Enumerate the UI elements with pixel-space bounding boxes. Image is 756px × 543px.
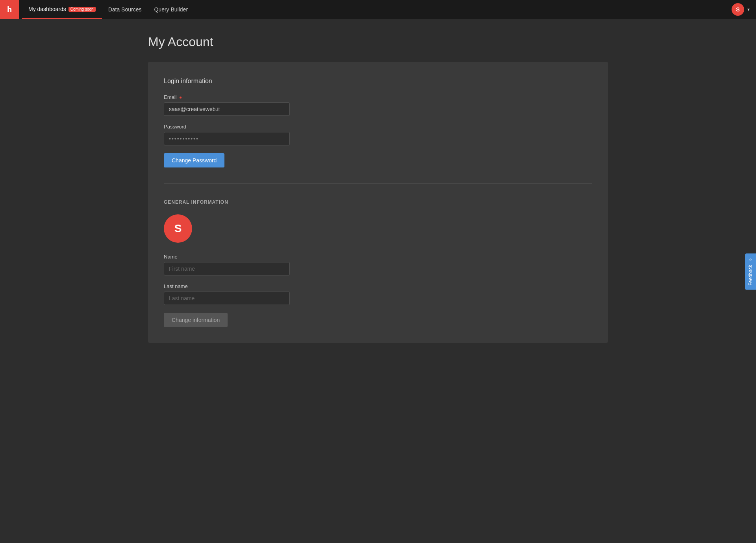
password-input[interactable] <box>164 132 290 145</box>
email-label: Email <box>164 94 592 100</box>
last-name-input[interactable] <box>164 292 290 305</box>
first-name-form-group: Name <box>164 254 592 275</box>
account-card: Login information Email Password Change … <box>148 62 608 343</box>
navbar: h My dashboards Coming soon Data Sources… <box>0 0 756 19</box>
user-avatar-large[interactable]: S <box>164 214 192 243</box>
login-section: Login information Email Password Change … <box>164 78 592 167</box>
user-avatar-button[interactable]: S <box>732 3 744 16</box>
navbar-links: My dashboards Coming soon Data Sources Q… <box>22 0 194 19</box>
password-form-group: Password <box>164 124 592 145</box>
section-divider <box>164 183 592 184</box>
page-title: My Account <box>142 35 614 49</box>
app-logo[interactable]: h <box>0 0 19 19</box>
nav-my-dashboards[interactable]: My dashboards Coming soon <box>22 0 102 19</box>
feedback-star-icon: ☆ <box>749 257 752 262</box>
nav-data-sources[interactable]: Data Sources <box>102 0 148 19</box>
page-content: My Account Login information Email Passw… <box>142 19 614 359</box>
login-section-title: Login information <box>164 78 592 85</box>
last-name-label: Last name <box>164 283 592 289</box>
feedback-tab[interactable]: ☆ Feedback <box>745 253 756 290</box>
last-name-form-group: Last name <box>164 283 592 305</box>
general-info-title: GENERAL INFORMATION <box>164 199 592 205</box>
general-info-section: GENERAL INFORMATION S Name Last name Cha… <box>164 199 592 327</box>
email-form-group: Email <box>164 94 592 116</box>
change-password-button[interactable]: Change Password <box>164 153 224 167</box>
feedback-label: Feedback <box>748 265 753 286</box>
password-label: Password <box>164 124 592 130</box>
nav-query-builder[interactable]: Query Builder <box>148 0 194 19</box>
email-required-indicator <box>180 97 182 99</box>
navbar-right: S ▾ <box>732 3 756 16</box>
first-name-input[interactable] <box>164 262 290 275</box>
user-dropdown-arrow[interactable]: ▾ <box>747 7 750 12</box>
name-label: Name <box>164 254 592 260</box>
coming-soon-badge: Coming soon <box>69 7 96 12</box>
change-information-button[interactable]: Change information <box>164 313 228 327</box>
email-input[interactable] <box>164 102 290 116</box>
